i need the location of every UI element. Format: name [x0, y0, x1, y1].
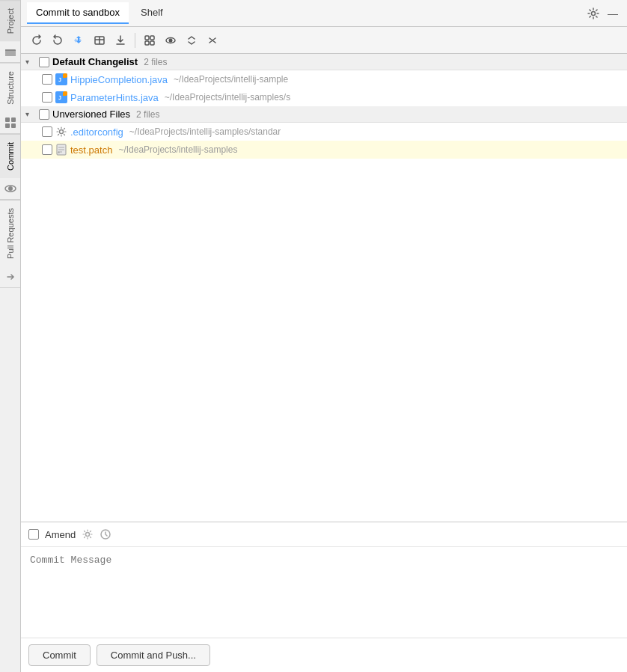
collapse-all-button[interactable]: [203, 31, 222, 50]
view-options-button[interactable]: [161, 31, 180, 50]
expand-all-button[interactable]: [182, 31, 201, 50]
group-unversioned-files[interactable]: ▾ Unversioned Files 2 files: [21, 106, 627, 123]
sidebar-item-structure[interactable]: Structure: [0, 63, 20, 112]
file-row-parameterhints[interactable]: J ParameterHints.java ~/IdeaProjects/int…: [21, 88, 627, 106]
commit-buttons: Commit Commit and Push...: [21, 638, 627, 672]
config-gear-icon: [55, 126, 67, 138]
tab-bar: Commit to sandbox Shelf —: [21, 0, 627, 27]
settings-button[interactable]: [585, 5, 602, 22]
bottom-section: Amend Commit Commit and Push...: [21, 522, 627, 672]
eye-toolbar-icon: [165, 34, 177, 46]
amend-clock-icon[interactable]: [100, 528, 111, 540]
sidebar-grid-icon[interactable]: [0, 112, 20, 134]
svg-text:J: J: [58, 77, 61, 83]
svg-rect-13: [145, 41, 149, 45]
svg-point-29: [86, 533, 90, 537]
group-by-button[interactable]: [140, 31, 159, 50]
svg-point-23: [60, 130, 64, 134]
java-icon-svg-2: J: [56, 92, 67, 103]
tab-shelf[interactable]: Shelf: [132, 2, 172, 24]
svg-rect-2: [11, 117, 16, 122]
tab-controls: —: [585, 5, 621, 22]
gear-icon: [587, 7, 599, 19]
commit-message-input[interactable]: [24, 550, 624, 632]
chevron-unversioned: ▾: [25, 110, 36, 118]
main-panel: Commit to sandbox Shelf —: [21, 0, 627, 672]
svg-rect-4: [11, 123, 16, 128]
diff-icon: [94, 34, 105, 46]
rollback-button[interactable]: [48, 31, 67, 50]
svg-point-7: [592, 11, 596, 15]
folder-icon: [4, 46, 16, 58]
java-file-icon: J: [55, 73, 67, 85]
java-icon-svg: J: [56, 74, 67, 85]
move-changelist-button[interactable]: [69, 31, 88, 50]
checkbox-hippiecompletion[interactable]: [42, 74, 52, 85]
file-row-testpatch[interactable]: ± test.patch ~/IdeaProjects/intellij-sam…: [21, 141, 627, 159]
java-file-icon-2: J: [55, 91, 67, 103]
sidebar-item-commit[interactable]: Commit: [0, 134, 20, 178]
arrow-sidebar-icon: [4, 271, 16, 283]
commit-and-push-button[interactable]: Commit and Push...: [97, 644, 210, 666]
move-icon: [73, 34, 85, 46]
checkbox-amend[interactable]: [28, 529, 39, 540]
file-row-editorconfig[interactable]: .editorconfig ~/IdeaProjects/intellij-sa…: [21, 123, 627, 141]
svg-rect-1: [5, 117, 10, 122]
update-button[interactable]: [111, 31, 130, 50]
patch-file-icon: ±: [55, 144, 67, 156]
expand-icon: [186, 34, 198, 46]
download-icon: [114, 34, 126, 46]
file-tree: ▾ Default Changelist 2 files J HippieCom…: [21, 54, 627, 522]
checkbox-unversioned[interactable]: [39, 109, 49, 120]
svg-text:±: ±: [58, 150, 60, 154]
checkbox-editorconfig[interactable]: [42, 126, 52, 137]
svg-point-15: [169, 38, 173, 42]
svg-rect-14: [150, 41, 154, 45]
toolbar: [21, 27, 627, 54]
amend-row: Amend: [21, 522, 627, 547]
svg-rect-11: [145, 36, 149, 40]
commit-button[interactable]: Commit: [28, 644, 91, 666]
chevron-default-changelist: ▾: [25, 58, 36, 66]
sidebar-arrow-icon[interactable]: [0, 266, 20, 288]
toolbar-separator: [135, 33, 135, 48]
sidebar: Project Structure Commit Pull Requests: [0, 0, 21, 672]
file-row-hippicompletion[interactable]: J HippieCompletion.java ~/IdeaProjects/i…: [21, 70, 627, 88]
sidebar-item-pull-requests[interactable]: Pull Requests: [0, 200, 20, 266]
refresh-button[interactable]: [27, 31, 46, 50]
sidebar-eye-icon[interactable]: [0, 178, 20, 200]
sidebar-item-project[interactable]: Project: [0, 0, 20, 41]
svg-point-5: [8, 186, 13, 191]
commit-message-area: [21, 547, 627, 638]
minimize-button[interactable]: —: [605, 5, 621, 22]
refresh-icon: [31, 34, 43, 46]
sidebar-folder-icon[interactable]: [0, 41, 20, 63]
svg-rect-3: [5, 123, 10, 128]
svg-rect-12: [150, 36, 154, 40]
tab-commit-to-sandbox[interactable]: Commit to sandbox: [27, 2, 129, 24]
grid-icon: [4, 117, 16, 129]
checkbox-default-changelist[interactable]: [39, 57, 49, 67]
group-icon: [144, 34, 156, 46]
collapse-icon: [207, 34, 218, 46]
eye-sidebar-icon: [4, 183, 16, 195]
amend-gear-icon[interactable]: [82, 528, 94, 540]
diff-button[interactable]: [90, 31, 109, 50]
svg-rect-21: [63, 92, 67, 96]
checkbox-parameterhints[interactable]: [42, 92, 52, 103]
rollback-icon: [52, 34, 64, 46]
svg-text:J: J: [58, 95, 61, 101]
checkbox-testpatch[interactable]: [42, 144, 52, 155]
group-default-changelist[interactable]: ▾ Default Changelist 2 files: [21, 54, 627, 70]
svg-rect-18: [63, 74, 67, 78]
